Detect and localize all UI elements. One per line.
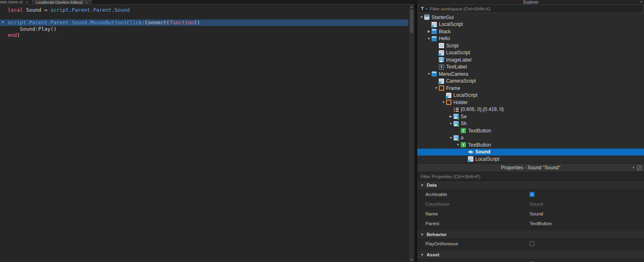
properties-filter-input[interactable]: Filter Properties (Ctrl+Shift+P) <box>417 172 644 181</box>
chevron-expanded-icon[interactable]: ▼ <box>434 86 439 90</box>
chevron-expanded-icon[interactable]: ▼ <box>419 15 424 19</box>
startergui-icon <box>424 15 429 20</box>
tree-row-0-605-0-0-419-0[interactable]: {0.605, 0},{0.419, 0} <box>417 106 644 113</box>
tree-row-a[interactable]: ▼a <box>417 134 644 142</box>
roblox-studio-window: Main Game v2 × LocalScript (Zamkos Editi… <box>0 0 644 262</box>
prop-row-archivable: Archivable <box>417 190 644 199</box>
scrollbar-track[interactable] <box>409 9 414 258</box>
screengui-icon <box>431 29 437 34</box>
chevron-down-icon[interactable]: ▾ <box>640 0 642 4</box>
tree-row-hello[interactable]: ▼Hello <box>417 35 644 43</box>
tree-row-textlabel[interactable]: TextLabel <box>417 64 644 71</box>
localscript-icon <box>446 93 451 98</box>
tree-row-textbutton[interactable]: ▼TextButton <box>417 141 644 149</box>
fold-gutter <box>0 32 8 38</box>
code-line[interactable]: ▼script.Parent.Parent.Sound.MouseButton1… <box>0 19 408 26</box>
tree-row-sh[interactable]: ▼Sh <box>417 120 644 128</box>
localscript-icon <box>439 50 444 55</box>
chevron-collapsed-icon[interactable]: ▶ <box>426 30 431 33</box>
section-name: Behavior <box>427 232 447 237</box>
chevron-expanded-icon[interactable]: ▼ <box>426 37 431 40</box>
tab-localscript-zamkos-editing[interactable]: LocalScript (Zamkos Editing) × <box>32 0 92 4</box>
section-header-behavior[interactable]: ▼Behavior <box>417 230 644 239</box>
chevron-expanded-icon[interactable]: ▼ <box>441 100 446 104</box>
tree-row-sound[interactable]: Sound <box>417 149 644 156</box>
prop-label: Archivable <box>417 190 528 199</box>
prop-value-archivable <box>528 190 644 199</box>
tree-label: Sound <box>475 149 490 155</box>
prop-label: PlayOnRemove <box>417 239 528 248</box>
textlabel-icon <box>439 64 444 70</box>
localscript-icon <box>468 156 473 162</box>
code-line[interactable]: Sound:Play() <box>0 26 408 32</box>
scrollbar-thumb[interactable] <box>410 10 413 33</box>
tree-row-holder[interactable]: ▼Holder <box>417 99 644 106</box>
prop-row-playonremove: PlayOnRemove <box>417 239 644 249</box>
popout-icon[interactable]: ↗ <box>637 166 642 170</box>
chevron-down-icon[interactable]: ▾ <box>633 166 634 170</box>
tree-row-frame[interactable]: ▼Frame <box>417 85 644 92</box>
uilayout-icon <box>453 107 459 112</box>
properties-panel-title: Properties - Sound "Sound" <box>501 165 560 170</box>
tree-row-textbutton[interactable]: TextButton <box>417 127 644 134</box>
tree-label: TextLabel <box>446 64 467 70</box>
code-line[interactable]: local Sound = script.Parent.Parent.Sound <box>0 7 408 13</box>
panel-splitter[interactable] <box>414 4 417 262</box>
chevron-expanded-icon[interactable]: ▼ <box>448 122 453 126</box>
scroll-up-icon[interactable]: ▲ <box>410 4 413 9</box>
tree-label: MenuCamera <box>439 71 468 77</box>
imagebutton-icon <box>453 114 459 119</box>
chevron-down-icon: ▾ <box>426 7 427 11</box>
tree-label: LocalScript <box>453 92 477 98</box>
code-lines: local Sound = script.Parent.Parent.Sound… <box>0 4 408 262</box>
section-header-data[interactable]: ▼Data <box>417 181 644 190</box>
prop-label: Parent <box>417 219 528 228</box>
tree-label: ImageLabel <box>446 57 472 63</box>
tree-label: Se <box>461 114 467 119</box>
script-tab-bar: Main Game v2 × LocalScript (Zamkos Editi… <box>0 0 417 4</box>
frame-icon <box>439 85 444 91</box>
tree-label: LocalScript <box>446 50 470 55</box>
playonremove-checkbox[interactable] <box>530 241 535 246</box>
code-line[interactable] <box>0 13 408 20</box>
filter-funnel-icon <box>421 7 424 11</box>
tree-row-menucamera[interactable]: ▼MenuCamera <box>417 70 644 78</box>
sound-icon <box>468 149 473 155</box>
explorer-panel-title: Explorer <box>523 0 538 4</box>
chevron-expanded-icon: ▼ <box>421 233 424 236</box>
tree-row-localscript[interactable]: LocalScript <box>417 155 644 163</box>
section-header-asset[interactable]: ▼Asset <box>417 250 644 259</box>
script-editor[interactable]: local Sound = script.Parent.Parent.Sound… <box>0 4 414 262</box>
tree-row-localscript[interactable]: LocalScript <box>417 21 644 28</box>
tree-row-script[interactable]: Script <box>417 42 644 49</box>
tree-row-black[interactable]: ▶Black <box>417 28 644 35</box>
tree-label: StarterGui <box>431 15 454 20</box>
prop-value-isloaded <box>528 259 644 262</box>
tree-row-localscript[interactable]: LocalScript <box>417 92 644 99</box>
code-line[interactable]: end) <box>0 32 408 38</box>
archivable-checkbox[interactable] <box>530 192 535 197</box>
chevron-expanded-icon[interactable]: ▼ <box>448 136 453 140</box>
explorer-filter-placeholder: Filter workspace (Ctrl+Shift+X) <box>430 6 491 11</box>
tree-row-startergui[interactable]: ▼StarterGui <box>417 14 644 21</box>
tree-label: Holder <box>453 100 468 105</box>
tree-row-localscript[interactable]: LocalScript <box>417 49 644 57</box>
tab-main-game-v2[interactable]: Main Game v2 × <box>0 0 32 4</box>
tree-row-se[interactable]: ▶Se <box>417 113 644 120</box>
prop-value-name[interactable]: Sound <box>528 209 644 218</box>
tree-row-imagelabel[interactable]: ImageLabel <box>417 56 644 64</box>
close-icon[interactable]: × <box>86 0 88 4</box>
editor-vertical-scrollbar[interactable]: ▲ ▼ <box>408 4 414 262</box>
chevron-expanded-icon[interactable]: ▼ <box>426 72 431 76</box>
prop-value-parent[interactable]: TextButton <box>528 219 644 228</box>
scroll-down-icon[interactable]: ▼ <box>410 258 413 262</box>
tree-row-camerascript[interactable]: CameraScript <box>417 78 644 85</box>
screengui-icon <box>431 71 437 77</box>
script-icon <box>439 43 444 48</box>
prop-value-playonremove <box>528 239 644 248</box>
fold-arrow-icon[interactable]: ▼ <box>0 19 8 26</box>
explorer-filter-input[interactable]: ▾ Filter workspace (Ctrl+Shift+X) <box>418 4 644 13</box>
close-icon[interactable]: × <box>26 0 28 4</box>
chevron-expanded-icon[interactable]: ▼ <box>455 143 461 147</box>
chevron-collapsed-icon[interactable]: ▶ <box>448 115 453 118</box>
